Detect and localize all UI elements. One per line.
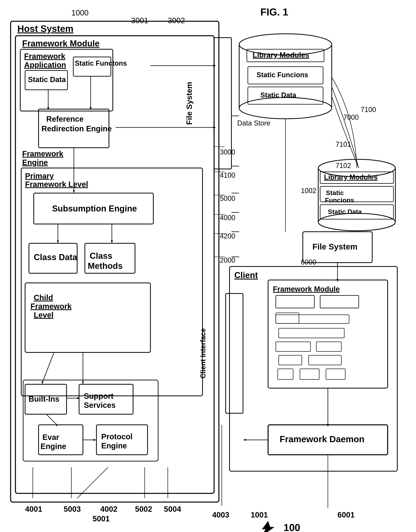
static-functions-1-label: Static Functons <box>75 59 127 67</box>
svg-line-33 <box>46 414 57 425</box>
svg-rect-65 <box>300 369 319 379</box>
svg-marker-27 <box>77 397 80 399</box>
static-funcions-lib2-label: Static <box>326 189 344 196</box>
svg-rect-56 <box>320 296 359 308</box>
subsumption-engine-label: Subsumption Engine <box>52 204 137 213</box>
svg-rect-63 <box>309 355 341 365</box>
label-4000: 4000 <box>220 214 235 222</box>
support-services-label: Support <box>84 392 113 400</box>
library-modules-2-label: Library Modules <box>324 173 378 181</box>
svg-rect-53 <box>226 294 243 413</box>
svg-marker-71 <box>337 279 339 282</box>
framework-module-client-label: Framework Module <box>273 285 340 293</box>
static-funcions-lib1-label: Static Funcions <box>256 71 308 79</box>
framework-daemon-label: Framework Daemon <box>280 434 365 444</box>
static-data-1-label: Static Data <box>28 76 66 84</box>
child-framework-label3: Level <box>34 311 53 319</box>
svg-rect-60 <box>276 342 311 351</box>
client-label: Client <box>234 270 258 280</box>
svg-rect-62 <box>279 355 302 365</box>
framework-module-label: Framework Module <box>22 39 100 48</box>
svg-rect-54 <box>268 280 388 388</box>
reference-redirection-label: Reference <box>46 115 84 123</box>
static-data-lib2-label: Static Data <box>328 208 362 215</box>
label-6001: 6001 <box>338 511 355 519</box>
svg-rect-55 <box>276 296 314 308</box>
label-1002: 1002 <box>301 187 316 195</box>
svg-marker-24 <box>82 381 84 384</box>
label-1000: 1000 <box>71 9 88 17</box>
label-5004: 5004 <box>164 505 181 513</box>
primary-framework-label: Primary <box>25 172 54 180</box>
class-data-label: Class Data <box>34 252 77 262</box>
label-7101: 7101 <box>336 140 351 148</box>
label-4200: 4200 <box>220 232 235 240</box>
svg-marker-17 <box>111 240 113 243</box>
svg-marker-15 <box>57 240 59 243</box>
label-4001: 4001 <box>25 505 42 513</box>
svg-rect-66 <box>326 369 345 379</box>
label-5003: 5003 <box>64 505 81 513</box>
library-modules-1-label: Library Modules <box>253 51 309 59</box>
static-data-lib1-label: Static Data <box>260 91 296 99</box>
svg-rect-64 <box>278 369 293 379</box>
evar-engine-label: Evar <box>42 433 59 442</box>
framework-engine-label: Framework <box>22 149 64 158</box>
figure-title: FIG. 1 <box>260 6 288 18</box>
child-framework-label2: Framework <box>30 302 72 311</box>
label-7000: 7000 <box>343 113 359 121</box>
svg-rect-61 <box>316 342 341 351</box>
label-2000: 2000 <box>220 256 235 264</box>
file-system-2-label: File System <box>312 242 357 251</box>
label-1001: 1001 <box>251 511 268 519</box>
label-5000: 5000 <box>220 195 235 202</box>
class-methods-label: Class <box>90 251 112 260</box>
svg-rect-57 <box>276 313 299 324</box>
file-system-1-label: File System <box>185 82 193 125</box>
svg-marker-12 <box>73 190 75 193</box>
diagram: FIG. 1 1000 3001 3002 Host System Framew… <box>0 0 416 532</box>
label-5001: 5001 <box>93 514 110 523</box>
svg-line-21 <box>42 352 54 382</box>
svg-marker-6 <box>47 107 49 110</box>
label-3001: 3001 <box>131 16 148 25</box>
svg-rect-59 <box>279 328 344 338</box>
reference-redirection-label2: Redirection Engine <box>41 124 112 133</box>
static-funcions-lib2-label2: Funcions <box>325 196 354 204</box>
host-system-label: Host System <box>17 24 74 34</box>
support-services-label2: Services <box>84 401 116 409</box>
svg-point-40 <box>239 98 332 119</box>
label-7100: 7100 <box>361 106 376 114</box>
child-framework-label: Child <box>34 293 53 302</box>
label-6000: 6000 <box>301 258 316 266</box>
framework-engine-label2: Engine <box>22 158 48 167</box>
label-4100: 4100 <box>220 171 235 179</box>
svg-marker-22 <box>41 381 43 384</box>
svg-marker-34 <box>56 424 58 426</box>
label-7102: 7102 <box>336 162 351 169</box>
client-interface-label: Client Interface <box>199 328 207 378</box>
label-3002: 3002 <box>168 16 185 25</box>
label-100: 100 <box>284 522 300 532</box>
protocol-engine-label2: Engine <box>101 442 127 450</box>
label-5002: 5002 <box>135 505 152 513</box>
evar-engine-label2: Engine <box>40 442 66 451</box>
svg-rect-10 <box>21 168 202 396</box>
svg-marker-31 <box>94 439 96 441</box>
class-methods-label2: Methods <box>88 261 123 271</box>
framework-application-label2: Application <box>24 61 66 69</box>
svg-marker-8 <box>90 107 92 110</box>
svg-rect-58 <box>276 315 349 324</box>
built-ins-label: Built-Ins <box>28 395 59 403</box>
label-4003: 4003 <box>212 511 229 519</box>
protocol-engine-label: Protocol <box>101 432 132 441</box>
primary-framework-label2: Framework Level <box>25 180 88 188</box>
svg-marker-92 <box>243 439 246 441</box>
framework-application-label: Framework <box>24 52 65 60</box>
label-4002: 4002 <box>100 505 117 513</box>
data-store-label: Data Store <box>237 119 270 127</box>
label-3000: 3000 <box>220 148 235 156</box>
svg-point-47 <box>318 213 395 231</box>
